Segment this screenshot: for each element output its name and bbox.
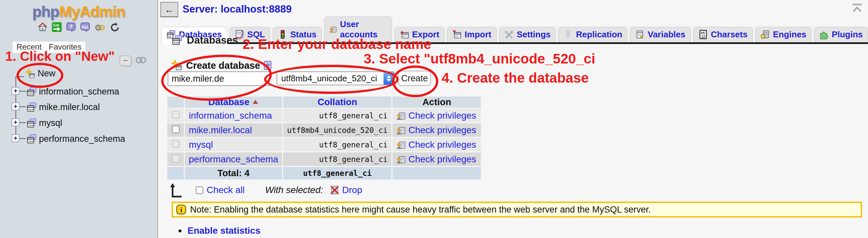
annotation-step3: 3. Select "utf8mb4_unicode_520_ci bbox=[364, 51, 595, 67]
row-checkbox bbox=[172, 111, 180, 119]
with-selected-toolbar: Check all With selected: Drop bbox=[169, 181, 362, 199]
database-link[interactable]: mike.miler.local bbox=[185, 123, 282, 137]
table-row: performance_schema utf8_general_ci Check… bbox=[167, 152, 481, 166]
column-header-action: Action bbox=[393, 97, 481, 108]
tree-label: performance_schema bbox=[39, 134, 125, 144]
annotation-step2: 2. Enter your database name bbox=[243, 36, 431, 52]
sidebar-item-mike-miler-local[interactable]: mike.miler.local bbox=[26, 102, 100, 113]
sort-asc-icon bbox=[252, 99, 259, 105]
column-header-collation[interactable]: Collation bbox=[283, 97, 392, 108]
row-checkbox bbox=[172, 155, 180, 162]
expand-icon[interactable]: + bbox=[11, 118, 20, 126]
databases-heading-icon bbox=[172, 35, 183, 46]
check-privileges-icon bbox=[396, 111, 406, 121]
svg-text:¢¶: ¢¶ bbox=[701, 31, 705, 35]
tab-engines[interactable]: Engines bbox=[755, 27, 812, 42]
bullet bbox=[179, 230, 182, 232]
table-total-row: Total: 4 utf8_general_ci bbox=[167, 167, 481, 180]
annotation-step4: 4. Create the database bbox=[442, 70, 589, 86]
annotation-circle-create-button bbox=[392, 65, 438, 97]
annotation-step1: 1. Click on "New" bbox=[5, 49, 115, 64]
check-privileges-icon bbox=[396, 126, 406, 135]
expand-icon[interactable]: + bbox=[11, 87, 20, 95]
replication-icon bbox=[563, 30, 573, 39]
collation-value[interactable]: utf8mb4_unicode_520_ci bbox=[283, 123, 392, 137]
collation-value[interactable]: utf8_general_ci bbox=[283, 109, 392, 122]
action-cell[interactable]: Check privileges bbox=[393, 109, 481, 122]
note-text: Note: Enabling the database statistics h… bbox=[190, 205, 651, 215]
row-checkbox bbox=[172, 140, 180, 148]
charsets-icon: ¢¶12 bbox=[699, 30, 708, 39]
sidebar-item-mysql[interactable]: mysql bbox=[26, 118, 62, 129]
check-privileges-icon bbox=[396, 155, 406, 164]
with-selected-label: With selected: bbox=[265, 185, 323, 195]
collation-value[interactable]: utf8_general_ci bbox=[283, 152, 392, 166]
settings-tools-icon bbox=[504, 30, 514, 39]
database-icon bbox=[26, 102, 37, 113]
tree-label: mysql bbox=[39, 118, 62, 128]
sidebar-item-performance-schema[interactable]: performance_schema bbox=[26, 134, 125, 144]
check-all-arrow-icon bbox=[169, 181, 183, 199]
tab-settings[interactable]: Settings bbox=[499, 27, 556, 42]
database-link[interactable]: performance_schema bbox=[185, 152, 282, 166]
hide-navigation-button[interactable]: ← bbox=[160, 2, 178, 17]
table-row: information_schema utf8_general_ci Check… bbox=[167, 109, 481, 122]
table-row: mike.miler.local utf8mb4_unicode_520_ci … bbox=[167, 123, 481, 137]
check-all-checkbox[interactable] bbox=[196, 186, 203, 194]
engines-icon bbox=[761, 30, 770, 39]
drop-link[interactable]: Drop bbox=[342, 185, 362, 195]
server-breadcrumb: Server: localhost:8889 bbox=[183, 3, 292, 15]
total-count: Total: 4 bbox=[185, 167, 282, 180]
expand-icon[interactable]: + bbox=[11, 103, 20, 110]
svg-text:12: 12 bbox=[701, 35, 705, 39]
collation-value[interactable]: utf8_general_ci bbox=[283, 138, 392, 151]
database-icon bbox=[26, 118, 37, 129]
total-collation: utf8_general_ci bbox=[283, 167, 392, 180]
tab-replication[interactable]: Replication bbox=[558, 27, 627, 42]
page-title: Databases bbox=[187, 34, 238, 46]
tab-plugins[interactable]: Plugins bbox=[814, 27, 868, 42]
page-title-row: Databases bbox=[172, 34, 238, 46]
enable-statistics-link[interactable]: Enable statistics bbox=[187, 226, 260, 236]
row-checkbox[interactable] bbox=[172, 126, 180, 133]
main-panel: ← Server: localhost:8889 Databases SQL S… bbox=[159, 0, 868, 238]
user-accounts-icon bbox=[330, 25, 337, 34]
enable-statistics-row: Enable statistics bbox=[179, 226, 260, 236]
tree-label: mike.miler.local bbox=[39, 102, 100, 112]
drop-icon bbox=[330, 185, 340, 195]
action-cell[interactable]: Check privileges bbox=[393, 152, 481, 166]
databases-table: Database Collation Action information_sc… bbox=[166, 96, 482, 181]
action-cell[interactable]: Check privileges bbox=[393, 123, 481, 137]
tab-charsets[interactable]: ¢¶12 Charsets bbox=[693, 27, 753, 42]
tree-label: information_schema bbox=[39, 87, 119, 97]
check-all-link[interactable]: Check all bbox=[207, 185, 245, 195]
variables-icon bbox=[635, 30, 645, 39]
tab-import[interactable]: Import bbox=[447, 27, 497, 42]
plugins-puzzle-icon bbox=[819, 30, 829, 39]
scroll-to-top-icon[interactable] bbox=[851, 3, 863, 15]
import-icon bbox=[452, 30, 462, 39]
database-link[interactable]: information_schema bbox=[185, 109, 282, 122]
navigation-sidebar: phpMyAdmin Exit ? SQL ⚙⚙ Recent Favorite… bbox=[0, 0, 158, 238]
statistics-note: i Note: Enabling the database statistics… bbox=[172, 202, 862, 217]
annotation-circle-collation bbox=[264, 65, 399, 94]
database-icon bbox=[26, 86, 37, 97]
expand-icon[interactable]: + bbox=[11, 134, 20, 142]
info-icon: i bbox=[176, 205, 186, 214]
check-privileges-icon bbox=[396, 140, 406, 150]
database-icon bbox=[26, 134, 37, 144]
action-cell[interactable]: Check privileges bbox=[393, 138, 481, 151]
annotation-circle-new bbox=[17, 63, 63, 88]
database-link[interactable]: mysql bbox=[185, 138, 282, 151]
table-row: mysql utf8_general_ci Check privileges bbox=[167, 138, 481, 151]
database-tree: New + information_schema + mike.miler.lo… bbox=[0, 0, 157, 238]
tab-variables[interactable]: Variables bbox=[630, 27, 690, 42]
